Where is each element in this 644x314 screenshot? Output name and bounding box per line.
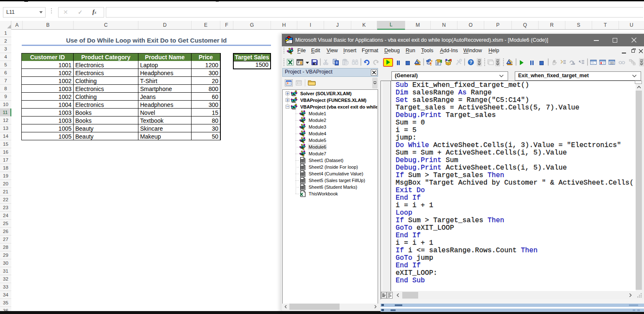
svg-text:?: ?: [469, 60, 472, 65]
